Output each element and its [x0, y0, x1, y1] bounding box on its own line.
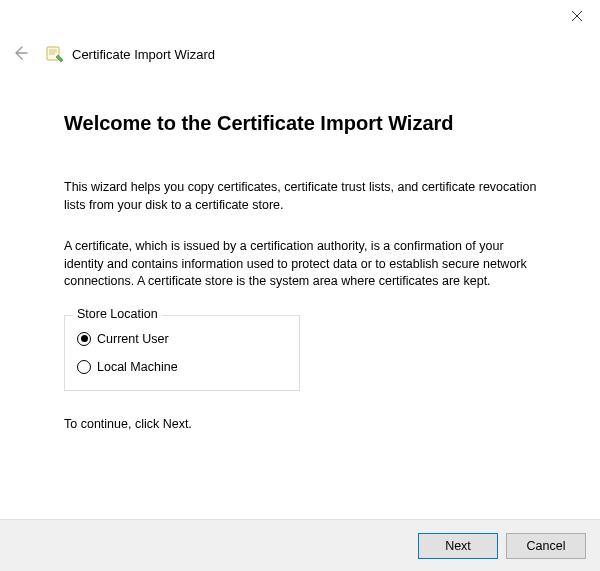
- cancel-button[interactable]: Cancel: [506, 533, 586, 559]
- close-icon: [571, 10, 583, 25]
- radio-label-current-user: Current User: [97, 332, 169, 346]
- titlebar: [0, 0, 600, 36]
- radio-label-local-machine: Local Machine: [97, 360, 178, 374]
- certificate-icon: [46, 45, 64, 63]
- radio-icon: [77, 360, 91, 374]
- radio-local-machine[interactable]: Local Machine: [77, 358, 287, 376]
- continue-hint: To continue, click Next.: [64, 417, 544, 431]
- back-button[interactable]: [8, 42, 32, 66]
- store-location-group: Store Location Current User Local Machin…: [64, 315, 300, 391]
- store-location-legend: Store Location: [73, 307, 162, 321]
- intro-paragraph-1: This wizard helps you copy certificates,…: [64, 179, 544, 214]
- wizard-header: Certificate Import Wizard: [0, 36, 600, 72]
- intro-paragraph-2: A certificate, which is issued by a cert…: [64, 238, 544, 291]
- wizard-footer: Next Cancel: [0, 519, 600, 571]
- arrow-left-icon: [11, 44, 29, 65]
- close-button[interactable]: [568, 8, 586, 26]
- page-title: Welcome to the Certificate Import Wizard: [64, 112, 544, 135]
- wizard-title: Certificate Import Wizard: [72, 47, 215, 62]
- radio-current-user[interactable]: Current User: [77, 330, 287, 348]
- next-button[interactable]: Next: [418, 533, 498, 559]
- wizard-content: Welcome to the Certificate Import Wizard…: [0, 72, 600, 431]
- radio-icon: [77, 332, 91, 346]
